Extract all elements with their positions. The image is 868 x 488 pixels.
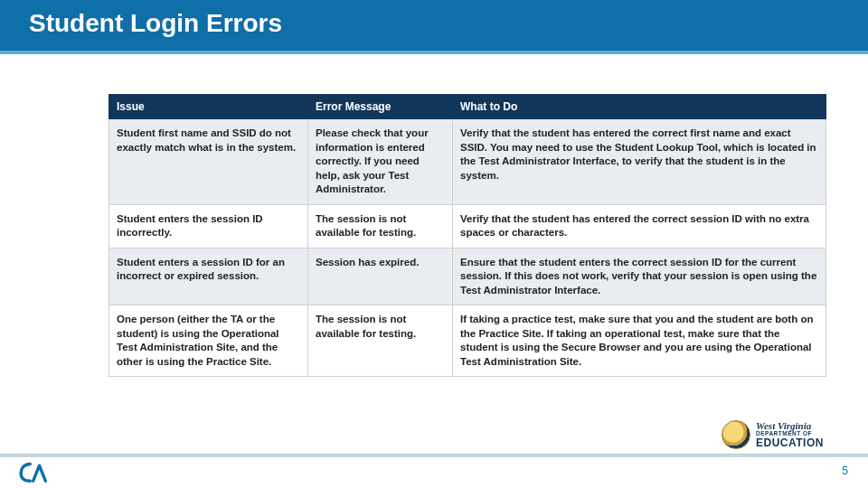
cell-todo: Verify that the student has entered the … bbox=[453, 204, 826, 248]
seal-icon bbox=[722, 420, 750, 449]
table-row: One person (either the TA or the student… bbox=[109, 305, 826, 377]
col-header-error: Error Message bbox=[308, 95, 453, 119]
cell-issue: Student enters a session ID for an incor… bbox=[109, 248, 308, 305]
cell-todo: Verify that the student has entered the … bbox=[453, 119, 826, 205]
table-header-row: Issue Error Message What to Do bbox=[109, 95, 826, 119]
col-header-issue: Issue bbox=[109, 95, 308, 119]
cell-todo: Ensure that the student enters the corre… bbox=[453, 248, 826, 305]
table-row: Student enters the session ID incorrectl… bbox=[109, 204, 826, 248]
page-number: 5 bbox=[842, 465, 848, 477]
page-title: Student Login Errors bbox=[29, 9, 282, 38]
table-row: Student first name and SSID do not exact… bbox=[109, 119, 826, 205]
wv-education-logo: West Virginia DEPARTMENT OF EDUCATION bbox=[722, 418, 848, 452]
cell-error: The session is not available for testing… bbox=[308, 305, 453, 377]
cell-todo: If taking a practice test, make sure tha… bbox=[453, 305, 826, 377]
ca-logo-icon bbox=[16, 459, 47, 484]
cell-error: Please check that your information is en… bbox=[308, 119, 453, 205]
cell-error: Session has expired. bbox=[308, 248, 453, 305]
wv-edu-label: EDUCATION bbox=[756, 437, 824, 448]
cell-issue: One person (either the TA or the student… bbox=[109, 305, 308, 377]
table-row: Student enters a session ID for an incor… bbox=[109, 248, 826, 305]
wv-logo-text: West Virginia DEPARTMENT OF EDUCATION bbox=[756, 421, 824, 448]
cell-error: The session is not available for testing… bbox=[308, 204, 453, 248]
cell-issue: Student enters the session ID incorrectl… bbox=[109, 204, 308, 248]
content-area: Issue Error Message What to Do Student f… bbox=[108, 94, 826, 377]
cell-issue: Student first name and SSID do not exact… bbox=[109, 119, 308, 205]
col-header-todo: What to Do bbox=[453, 95, 826, 119]
footer-divider bbox=[0, 454, 868, 457]
errors-table: Issue Error Message What to Do Student f… bbox=[108, 94, 826, 377]
